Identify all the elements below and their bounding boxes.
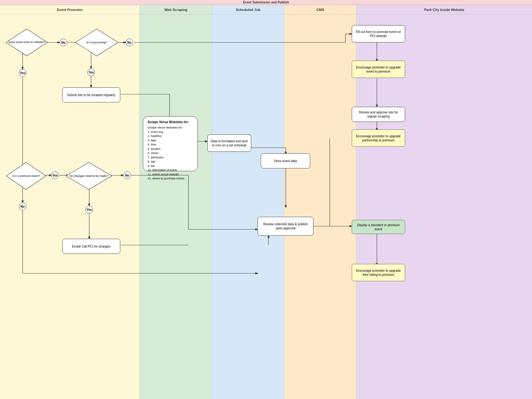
scrape-venues-box: Scrape Venue Websites for: Scrape Venue … bbox=[143, 116, 198, 171]
encourage-listing-box: Encourage promoter to upgrade their list… bbox=[352, 264, 405, 281]
lane-event-promotor bbox=[0, 5, 140, 399]
scrape-venues-title: Scrape Venue Websites for: bbox=[148, 120, 193, 124]
lane-header-event-promotor: Event Promotor bbox=[0, 5, 140, 14]
data-formatted-box: Data is formatted and sent to cms on a s… bbox=[207, 134, 251, 152]
no-circle-1: No bbox=[60, 39, 67, 46]
yes-circle-1: Yes bbox=[19, 69, 26, 77]
lane-cms bbox=[284, 5, 356, 399]
lane-header-web-scraping: Web Scraping bbox=[140, 5, 212, 14]
lane-web-scraping bbox=[140, 5, 212, 399]
title-bar: Event Submission and Publish bbox=[0, 0, 532, 5]
does-event-exist-diamond: Does event exist on website? bbox=[6, 28, 48, 57]
fill-out-form-box: Fill out form to promote event on PCI we… bbox=[352, 25, 405, 42]
is-reoccurring-diamond: Is it reoccurring? bbox=[75, 28, 119, 57]
diagram-title: Event Submission and Publish bbox=[243, 1, 289, 4]
store-event-box: Store event data bbox=[261, 153, 310, 168]
is-premium-diamond: Is it a premium event? bbox=[6, 162, 46, 190]
review-collect-box: Review collected data & publish upon app… bbox=[258, 217, 313, 236]
yes-circle-2: Yes bbox=[87, 68, 95, 76]
display-event-box: Display a standard or premium event bbox=[352, 220, 405, 234]
lane-header-pci: Park City Inside Website bbox=[356, 5, 532, 14]
submit-site-box: Submit site to be scraped regularly bbox=[62, 87, 120, 102]
yes-circle-4: Yes bbox=[85, 206, 93, 213]
encourage-partnership-box: Encourage promoter to upgrade partnershi… bbox=[352, 129, 405, 147]
review-approve-box: Review and approve site for regular scra… bbox=[352, 107, 405, 122]
lane-scheduled-job bbox=[212, 5, 284, 399]
encourage-premium1-box: Encourage promoter to upgrade event to p… bbox=[352, 61, 405, 78]
do-changes-diamond: Do changes need to be made? bbox=[65, 162, 112, 190]
yes-circle-3: Yes bbox=[51, 172, 59, 179]
lane-header-scheduled-job: Scheduled Job bbox=[212, 5, 284, 14]
no-circle-2: No bbox=[126, 39, 133, 46]
email-call-box: Email/ Call PCI for changes bbox=[62, 239, 120, 254]
no-circle-3: No bbox=[123, 172, 131, 179]
lane-header-cms: CMS bbox=[284, 5, 356, 14]
diagram-wrapper: Event Submission and Publish Event Promo… bbox=[0, 0, 532, 399]
no-circle-4: No bbox=[19, 203, 26, 210]
